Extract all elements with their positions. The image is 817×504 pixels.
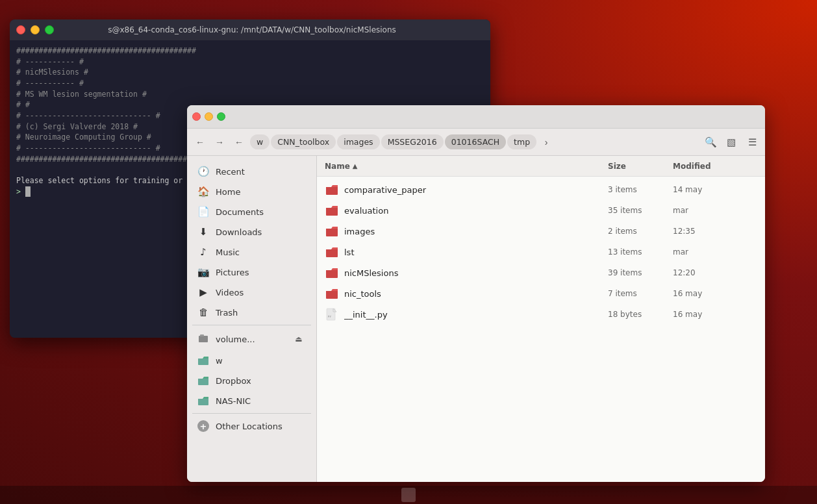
sidebar-item-home[interactable]: 🏠 Home xyxy=(190,182,314,201)
sidebar-item-nas-nic[interactable]: NAS-NIC xyxy=(190,391,314,410)
file-row[interactable]: py __init__.py 18 bytes 16 may xyxy=(317,304,765,325)
col-name-header[interactable]: Name ▲ xyxy=(325,162,608,171)
folder-icon xyxy=(325,286,339,301)
sidebar-label-pictures: Pictures xyxy=(216,268,249,277)
sidebar-label-videos: Videos xyxy=(216,288,244,297)
file-modified: mar xyxy=(673,206,757,215)
folder-icon xyxy=(325,245,339,259)
fm-content: 🕐 Recent 🏠 Home 📄 Documents ⬇ Downloads … xyxy=(187,156,765,482)
sidebar-label-volume: volume... xyxy=(216,334,255,344)
breadcrumb-01016sach[interactable]: 01016SACH xyxy=(445,134,506,149)
taskbar xyxy=(0,486,817,504)
terminal-titlebar: s@x86_64-conda_cos6-linux-gnu: /mnt/DATA… xyxy=(10,19,490,40)
sidebar-item-w[interactable]: w xyxy=(190,351,314,370)
fm-file-list: comparative_paper 3 items 14 may evaluat… xyxy=(317,177,765,482)
fm-titlebar xyxy=(187,105,765,129)
file-name: nic_tools xyxy=(344,289,608,299)
sidebar-label-nas-nic: NAS-NIC xyxy=(216,396,251,406)
menu-button[interactable]: ☰ xyxy=(743,133,761,151)
file-name: comparative_paper xyxy=(344,185,608,195)
terminal-line: # MS WM lesion segmentation # xyxy=(16,89,484,100)
fm-main: Name ▲ Size Modified comparative_paper xyxy=(317,156,765,482)
terminal-line: # nicMSlesions # xyxy=(16,67,484,78)
file-name: images xyxy=(344,227,608,236)
volume-icon xyxy=(197,333,209,345)
file-size: 39 items xyxy=(608,268,673,277)
up-button[interactable]: ← xyxy=(230,133,248,151)
filemanager-window: ← → ← w CNN_toolbox images MSSEG2016 010… xyxy=(187,105,765,482)
recent-icon: 🕐 xyxy=(197,166,209,177)
fm-minimize-button[interactable] xyxy=(205,112,213,121)
file-name: evaluation xyxy=(344,206,608,216)
file-row[interactable]: nicMSlesions 39 items 12:20 xyxy=(317,262,765,283)
file-modified: mar xyxy=(673,247,757,257)
folder-icon xyxy=(325,203,339,218)
file-row[interactable]: comparative_paper 3 items 14 may xyxy=(317,179,765,200)
terminal-line: ######################################## xyxy=(16,45,484,57)
forward-button[interactable]: → xyxy=(210,133,229,151)
view-grid-button[interactable]: ▧ xyxy=(722,133,740,151)
file-modified: 16 may xyxy=(673,289,757,298)
sidebar-label-w: w xyxy=(216,356,223,366)
home-icon: 🏠 xyxy=(197,186,209,197)
fm-close-button[interactable] xyxy=(192,112,201,121)
sidebar-item-trash[interactable]: 🗑 Trash xyxy=(190,303,314,322)
back-button[interactable]: ← xyxy=(191,133,209,151)
file-name: lst xyxy=(344,247,608,257)
file-size: 3 items xyxy=(608,185,673,194)
taskbar-icon[interactable] xyxy=(401,488,416,502)
fm-sidebar: 🕐 Recent 🏠 Home 📄 Documents ⬇ Downloads … xyxy=(187,156,317,482)
sidebar-item-pictures[interactable]: 📷 Pictures xyxy=(190,262,314,282)
file-row[interactable]: evaluation 35 items mar xyxy=(317,200,765,221)
videos-icon: ▶ xyxy=(197,286,209,298)
sidebar-label-trash: Trash xyxy=(216,308,238,318)
file-modified: 16 may xyxy=(673,310,757,319)
sidebar-item-downloads[interactable]: ⬇ Downloads xyxy=(190,222,314,242)
sidebar-item-volume[interactable]: volume... ⏏ xyxy=(190,328,314,350)
folder-icon xyxy=(325,224,339,238)
col-modified-header[interactable]: Modified xyxy=(673,162,757,171)
sidebar-item-recent[interactable]: 🕐 Recent xyxy=(190,162,314,181)
col-size-header[interactable]: Size xyxy=(608,162,673,171)
file-size: 7 items xyxy=(608,289,673,298)
folder-icon xyxy=(325,266,339,280)
sidebar-label-documents: Documents xyxy=(216,207,264,217)
breadcrumb-tmp[interactable]: tmp xyxy=(507,134,536,149)
svg-rect-1 xyxy=(200,334,204,336)
breadcrumb-cnn-toolbox[interactable]: CNN_toolbox xyxy=(271,134,336,149)
file-size: 2 items xyxy=(608,227,673,236)
file-name: __init__.py xyxy=(344,310,608,320)
folder-icon xyxy=(325,183,339,197)
file-size: 18 bytes xyxy=(608,310,673,319)
breadcrumb-msseg2016[interactable]: MSSEG2016 xyxy=(381,134,444,149)
file-row[interactable]: lst 13 items mar xyxy=(317,242,765,262)
sidebar-item-other-locations[interactable]: + Other Locations xyxy=(190,416,314,436)
breadcrumb: w CNN_toolbox images MSSEG2016 01016SACH… xyxy=(249,133,700,151)
eject-button[interactable]: ⏏ xyxy=(292,332,306,346)
file-row[interactable]: images 2 items 12:35 xyxy=(317,221,765,242)
documents-icon: 📄 xyxy=(197,206,209,218)
search-button[interactable]: 🔍 xyxy=(701,133,720,151)
sidebar-item-videos[interactable]: ▶ Videos xyxy=(190,283,314,302)
trash-icon: 🗑 xyxy=(197,307,209,318)
sidebar-label-other-locations: Other Locations xyxy=(216,422,283,431)
more-button[interactable]: › xyxy=(537,133,555,151)
file-type-icon: py xyxy=(325,307,339,321)
file-modified: 12:20 xyxy=(673,268,757,277)
fm-maximize-button[interactable] xyxy=(217,112,225,121)
breadcrumb-images[interactable]: images xyxy=(337,134,379,149)
sidebar-label-home: Home xyxy=(216,187,240,197)
file-modified: 12:35 xyxy=(673,227,757,236)
sidebar-item-dropbox[interactable]: Dropbox xyxy=(190,371,314,390)
sidebar-label-recent: Recent xyxy=(216,167,245,177)
sort-arrow: ▲ xyxy=(353,162,358,170)
breadcrumb-w[interactable]: w xyxy=(250,134,270,149)
w-icon xyxy=(197,355,209,366)
svg-rect-0 xyxy=(199,336,208,342)
fm-toolbar: ← → ← w CNN_toolbox images MSSEG2016 010… xyxy=(187,129,765,156)
fm-column-header: Name ▲ Size Modified xyxy=(317,156,765,177)
file-row[interactable]: nic_tools 7 items 16 may xyxy=(317,283,765,304)
sidebar-item-documents[interactable]: 📄 Documents xyxy=(190,202,314,221)
sidebar-item-music[interactable]: ♪ Music xyxy=(190,242,314,262)
file-modified: 14 may xyxy=(673,185,757,194)
